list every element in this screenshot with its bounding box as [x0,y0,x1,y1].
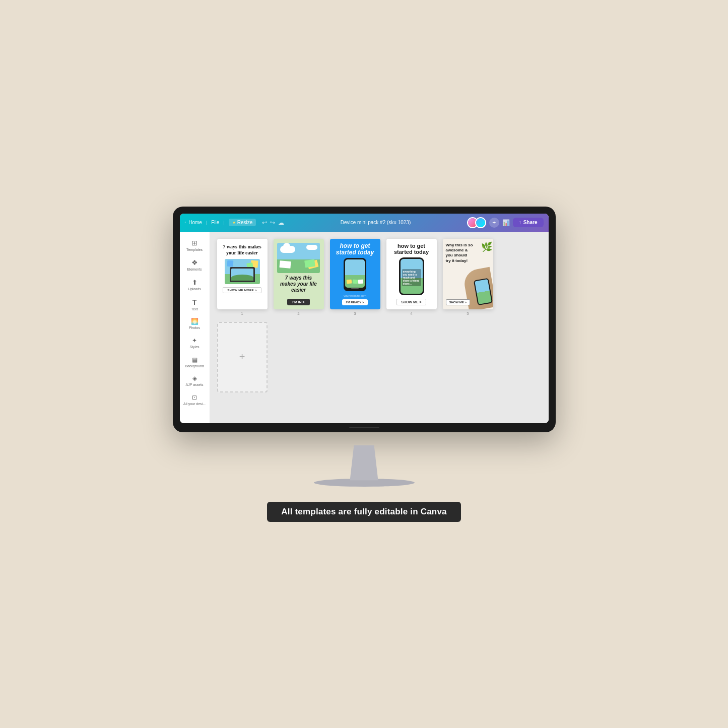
canvas-area: 7 ways this makes your life easier [210,232,549,423]
template-card-wrapper-2: 7 ways this makes your life easier I'M I… [274,239,324,316]
template-card-3[interactable]: how to get started today [330,239,380,309]
elements-icon: ❖ [191,258,198,267]
sidebar: ⊞ Templates ❖ Elements ⬆ Uploads T Text [180,232,210,423]
template-card-1[interactable]: 7 ways this makes your life easier [217,239,268,309]
monitor-chin [180,423,549,432]
styles-icon: ✦ [192,337,197,344]
card-3-cta: I'M READY > [342,299,368,305]
card-1-cta: SHOW ME MORE > [223,287,261,293]
phone-mockup-4: everything you need to reach and share a… [399,257,424,295]
redo-icon[interactable]: ↪ [270,219,275,226]
card-2-number: 2 [297,311,299,316]
phone-screen-5 [475,279,492,304]
phone-mockup-3 [344,258,366,291]
avatar-2 [475,217,486,228]
phone-screen-3 [345,259,365,288]
uploads-icon: ⬆ [192,279,197,286]
card-2-cta: I'M IN > [287,299,309,305]
stand-neck [344,445,384,481]
card-3-url: yourwebsite.com [344,294,366,297]
editor-body: ⊞ Templates ❖ Elements ⬆ Uploads T Text [180,232,549,423]
background-icon: ▦ [192,356,197,363]
doc-title: Device mini pack #2 (sku 1023) [288,220,462,225]
card-5-number: 5 [467,311,469,316]
note-sm-3 [358,279,363,283]
template-card-wrapper-1: 7 ways this makes your life easier [217,239,268,316]
undo-icon[interactable]: ↩ [262,219,267,226]
monitor-chin-line [349,427,379,428]
laptop-shape [230,267,255,282]
home-nav[interactable]: ‹ Home [185,220,202,225]
sidebar-item-ajp[interactable]: ◈ AJP assets [181,372,208,390]
card-1-title: 7 ways this makes your life easier [221,244,263,256]
card-5-cta: SHOW ME > [446,299,471,305]
plant-icon: 🌿 [481,241,492,252]
analytics-icon[interactable]: 📊 [502,219,510,226]
text-icon: T [192,298,197,306]
monitor-stand [314,445,415,487]
card-5-title: Why this is so awesome & you should try … [446,243,474,264]
header-nav: ‹ Home | File | ★ Resize ↩ ↪ ☁ [185,219,285,226]
card-3-title: how to get started today [333,243,377,256]
note-sm-1 [347,279,352,284]
green-hills [231,275,253,281]
caption-bar: All templates are fully editable in Canv… [267,502,460,522]
sticky-note-blue [227,260,233,267]
sidebar-item-uploads[interactable]: ⬆ Uploads [181,276,208,294]
sidebar-item-elements[interactable]: ❖ Elements [181,255,208,275]
add-slide-button[interactable]: + [217,322,268,392]
template-card-wrapper-5: 🌿 Why this is so awesome & you should tr… [443,239,493,316]
card-1-image [225,259,260,284]
template-card-wrapper-3: how to get started today [330,239,380,316]
laptop-screen [231,269,253,281]
ajp-icon: ◈ [192,375,197,382]
header-tools: ↩ ↪ ☁ [262,219,284,226]
card-4-number: 4 [410,311,412,316]
all-designs-icon: ⊡ [192,394,197,401]
add-collaborator-button[interactable]: + [489,218,499,228]
card-3-number: 3 [354,311,356,316]
header-right: + 📊 ↑ Share [467,217,544,228]
card-1-number: 1 [241,311,243,316]
sidebar-item-text[interactable]: T Text [181,295,208,314]
cloud-icon[interactable]: ☁ [278,219,284,226]
avatar-group [467,217,486,228]
plus-icon: + [239,351,245,363]
phone-screen-4: everything you need to reach and share a… [401,259,423,294]
card-4-title: how to get started today [389,243,434,255]
template-card-4[interactable]: how to get started today everything you … [386,239,437,309]
file-nav[interactable]: File [211,220,219,225]
share-button[interactable]: ↑ Share [513,218,544,227]
phone-text-overlay: everything you need to reach and share a… [402,269,421,286]
card-4-cta: SHOW ME > [396,299,426,305]
note-sm-2 [352,279,357,283]
card-2-scene [277,243,320,273]
sidebar-item-background[interactable]: ▦ Background [181,353,208,371]
caption-text: All templates are fully editable in Canv… [281,507,446,517]
note-white [279,260,291,269]
note-green [304,259,315,268]
monitor: ‹ Home | File | ★ Resize ↩ ↪ ☁ [173,207,556,432]
cloud-2 [306,245,317,250]
photos-icon: 🌅 [191,318,198,325]
resize-button[interactable]: ★ Resize [229,219,256,226]
star-icon: ★ [232,220,236,225]
template-card-5[interactable]: 🌿 Why this is so awesome & you should tr… [443,239,493,309]
sidebar-item-templates[interactable]: ⊞ Templates [181,236,208,255]
home-indicator [351,288,359,289]
page-wrapper: ‹ Home | File | ★ Resize ↩ ↪ ☁ [173,207,556,522]
sidebar-item-photos[interactable]: 🌅 Photos [181,315,208,333]
template-card-wrapper-4: how to get started today everything you … [386,239,437,316]
sidebar-item-all-designs[interactable]: ⊡ All your desi... [181,391,208,409]
add-card-wrapper: + [217,322,268,392]
templates-icon: ⊞ [191,239,197,247]
canva-header: ‹ Home | File | ★ Resize ↩ ↪ ☁ [180,214,549,232]
monitor-screen: ‹ Home | File | ★ Resize ↩ ↪ ☁ [180,214,549,423]
template-card-2[interactable]: 7 ways this makes your life easier I'M I… [274,239,324,309]
sidebar-item-styles[interactable]: ✦ Styles [181,334,208,352]
share-icon: ↑ [519,220,521,225]
phone-bottom-bar [345,288,365,290]
card-2-title: 7 ways this makes your life easier [278,275,320,293]
cloud-1 [280,246,295,253]
